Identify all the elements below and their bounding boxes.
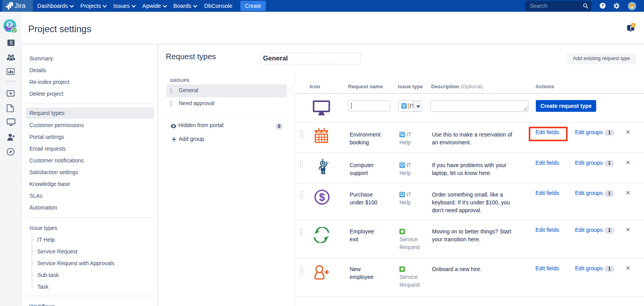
svg-text:?: ? <box>601 4 604 8</box>
svg-text:$: $ <box>319 191 325 203</box>
svg-text:1: 1 <box>632 24 634 27</box>
